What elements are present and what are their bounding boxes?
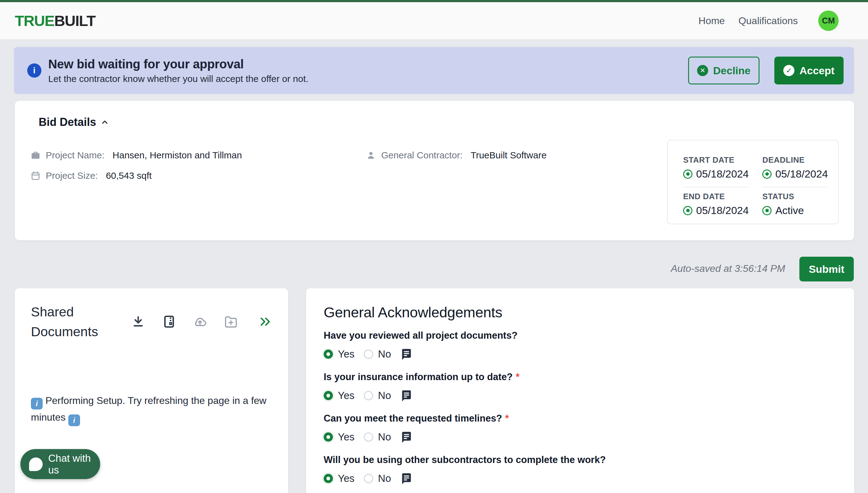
radio-no[interactable] [364,391,373,400]
info-emoji-icon: i [31,398,43,409]
project-size-field: Project Size: 60,543 sqft [30,170,152,181]
start-date-label: START DATE [683,155,749,165]
radio-yes[interactable] [324,391,333,400]
status-value: Active [775,205,804,216]
radio-yes-label[interactable]: Yes [338,390,355,402]
question-label: Will you be using other subcontractors t… [324,454,837,466]
end-date-value: 05/18/2024 [696,205,749,216]
question-label: Can you meet the requested timelines?* [324,413,837,424]
radio-yes-label[interactable]: Yes [338,348,355,360]
radio-group: Yes No [324,431,837,443]
chat-bubble-icon [29,457,43,471]
setup-status-message: i Performing Setup. Try refreshing the p… [31,393,270,426]
deadline-cell: DEADLINE 05/18/2024 [762,151,828,188]
radio-yes[interactable] [324,474,333,483]
app-header: TRUE BUILT Home Qualifications CM [0,2,868,40]
nav-home[interactable]: Home [698,15,725,27]
briefcase-icon [30,150,41,160]
general-contractor-label: General Contractor: [381,150,463,160]
bid-details-card: Bid Details Project Name: Hansen, Hermis… [15,101,854,240]
main-nav: Home Qualifications CM [698,10,839,31]
avatar[interactable]: CM [818,10,839,31]
start-date-cell: START DATE 05/18/2024 [683,151,749,188]
radio-no[interactable] [364,432,373,442]
circle-dot-icon [683,170,692,179]
decline-label: Decline [713,65,751,77]
circle-dot-icon [762,170,772,179]
status-label: STATUS [762,192,828,201]
radio-group: Yes No [324,348,837,360]
general-acknowledgements-card: General Acknowledgements Have you review… [306,288,854,493]
bid-details-title: Bid Details [39,116,96,129]
end-date-cell: END DATE 05/18/2024 [683,188,749,216]
radio-no-label[interactable]: No [378,348,391,360]
bid-approval-banner: i New bid waiting for your approval Let … [14,47,854,94]
start-date-value: 05/18/2024 [696,168,749,180]
calendar-icon [30,170,41,181]
acknowledgements-title: General Acknowledgements [324,304,837,321]
radio-yes[interactable] [324,432,333,442]
chevron-up-icon [101,118,109,127]
radio-yes-label[interactable]: Yes [338,431,355,443]
project-size-label: Project Size: [46,170,98,181]
question-block: Have you reviewed all project documents?… [324,330,837,360]
comment-icon[interactable] [400,348,413,360]
cloud-upload-icon[interactable] [193,315,207,329]
bid-details-toggle[interactable]: Bid Details [39,116,109,129]
radio-no[interactable] [364,474,373,483]
banner-actions: ✕ Decline ✓ Accept [688,57,844,84]
question-block: Is your insurance information up to date… [324,371,837,402]
chevrons-right-icon[interactable] [259,315,272,328]
deadline-value: 05/18/2024 [775,168,828,180]
shared-documents-title: Shared Documents [31,302,118,341]
x-circle-icon: ✕ [697,65,708,76]
radio-yes-label[interactable]: Yes [338,473,355,484]
info-emoji-icon: i [68,414,80,426]
question-label: Have you reviewed all project documents? [324,330,837,341]
radio-no-label[interactable]: No [378,473,391,484]
question-block: Can you meet the requested timelines?* Y… [324,413,837,443]
shared-documents-header: Shared Documents [31,302,272,341]
truebuilt-logo[interactable]: TRUE BUILT [15,12,95,29]
radio-no-label[interactable]: No [378,431,391,443]
folder-plus-icon[interactable] [224,315,238,329]
general-contractor-value: TrueBuilt Software [470,150,547,160]
accept-button[interactable]: ✓ Accept [774,57,844,84]
person-icon [366,150,376,160]
end-date-label: END DATE [683,192,749,201]
radio-no[interactable] [364,349,373,359]
comment-icon[interactable] [400,431,413,443]
check-circle-icon: ✓ [783,65,795,76]
required-marker: * [516,371,519,382]
circle-dot-icon [683,206,692,215]
project-name-value: Hansen, Hermiston and Tillman [112,150,242,160]
download-icon[interactable] [131,315,145,329]
zip-file-icon[interactable] [162,315,176,329]
banner-subtitle: Let the contractor know whether you will… [48,73,309,84]
logo-part-built: BUILT [54,12,95,29]
project-name-field: Project Name: Hansen, Hermiston and Till… [30,150,242,160]
radio-yes[interactable] [324,349,333,359]
project-size-value: 60,543 sqft [106,170,152,181]
accept-label: Accept [799,65,834,77]
radio-group: Yes No [324,472,837,485]
nav-qualifications[interactable]: Qualifications [738,15,798,27]
radio-no-label[interactable]: No [378,390,391,402]
autosave-status: Auto-saved at 3:56:14 PM [671,263,785,274]
top-accent-bar [0,0,868,2]
info-icon: i [27,63,41,78]
decline-button[interactable]: ✕ Decline [688,57,759,84]
logo-part-true: TRUE [15,12,54,29]
comment-icon[interactable] [400,472,413,485]
general-contractor-field: General Contractor: TrueBuilt Software [366,150,547,160]
chat-with-us-button[interactable]: Chat with us [20,449,100,479]
banner-title: New bid waiting for your approval [48,57,309,71]
project-name-label: Project Name: [46,150,105,160]
document-toolbar [131,315,238,329]
submit-button[interactable]: Submit [799,257,854,281]
comment-icon[interactable] [400,389,413,402]
dates-panel: START DATE 05/18/2024 DEADLINE 05/18/202… [667,140,839,224]
status-cell: STATUS Active [762,188,828,216]
radio-group: Yes No [324,389,837,402]
question-label: Is your insurance information up to date… [324,371,837,383]
